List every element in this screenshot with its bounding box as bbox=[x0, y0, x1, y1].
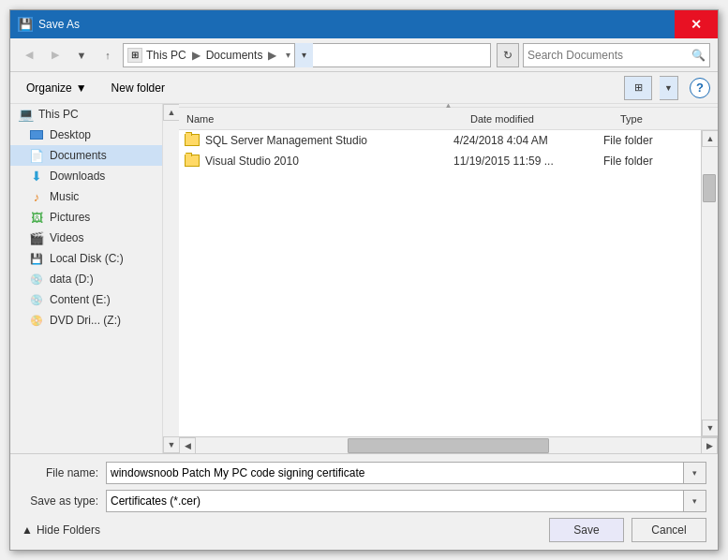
main-pane: ▲ Name Date modified Type SQL Server Man… bbox=[179, 104, 718, 453]
organize-button[interactable]: Organize ▼ bbox=[18, 76, 96, 100]
file-list-header: Name Date modified Type bbox=[179, 108, 718, 130]
filename-input-wrapper: ▾ bbox=[106, 462, 706, 484]
sidebar-label-localdisk: Local Disk (C:) bbox=[50, 252, 124, 265]
address-bar[interactable]: ⊞ This PC ▶ Documents ▶ ▾ ▾ bbox=[123, 43, 491, 67]
breadcrumb-documents[interactable]: Documents bbox=[206, 49, 263, 62]
organize-arrow: ▼ bbox=[76, 81, 87, 95]
sidebar-label-dvdr: DVD Dri... (Z:) bbox=[50, 314, 121, 327]
save-as-dialog: 💾 Save As ✕ ◀ ▶ ▼ ↑ ⊞ This PC ▶ Document… bbox=[9, 9, 719, 551]
breadcrumb-thispc[interactable]: This PC bbox=[146, 49, 186, 62]
saveastype-dropdown-button[interactable]: ▾ bbox=[684, 490, 706, 512]
sidebar-item-documents[interactable]: 📄 Documents bbox=[10, 145, 162, 166]
hide-folders-button[interactable]: ▲ Hide Folders bbox=[22, 523, 100, 537]
view-icon-button[interactable]: ⊞ bbox=[624, 76, 652, 100]
address-toolbar: ◀ ▶ ▼ ↑ ⊞ This PC ▶ Documents ▶ ▾ ▾ ↻ 🔍 bbox=[10, 38, 718, 72]
search-box[interactable]: 🔍 bbox=[523, 43, 710, 67]
scroll-up-button[interactable]: ▲ bbox=[702, 130, 718, 147]
file-name-1: Visual Studio 2010 bbox=[201, 155, 453, 168]
column-type[interactable]: Type bbox=[620, 113, 714, 125]
column-date[interactable]: Date modified bbox=[470, 113, 620, 125]
sidebar-item-pictures[interactable]: 🖼 Pictures bbox=[10, 207, 162, 228]
column-name[interactable]: Name bbox=[183, 113, 470, 125]
forward-button[interactable]: ▶ bbox=[44, 44, 67, 66]
h-scroll-thumb[interactable] bbox=[348, 438, 550, 453]
scroll-track[interactable] bbox=[702, 147, 718, 420]
downloads-icon: ⬇ bbox=[29, 169, 44, 184]
search-input[interactable] bbox=[527, 49, 688, 62]
cancel-button[interactable]: Cancel bbox=[631, 518, 706, 542]
scroll-left-button[interactable]: ◀ bbox=[179, 437, 196, 454]
scroll-down-button[interactable]: ▼ bbox=[702, 420, 718, 436]
breadcrumb-sep1: ▶ bbox=[192, 49, 201, 62]
sidebar-label-videos: Videos bbox=[50, 231, 83, 244]
file-type-1: File folder bbox=[603, 155, 697, 168]
datad-icon: 💿 bbox=[29, 272, 44, 287]
sidebar-item-downloads[interactable]: ⬇ Downloads bbox=[10, 166, 162, 186]
organize-label: Organize bbox=[26, 81, 72, 95]
saveastype-select[interactable]: Certificates (*.cer) bbox=[106, 490, 684, 512]
sidebar-item-music[interactable]: ♪ Music bbox=[10, 186, 162, 207]
breadcrumb-sep2: ▶ bbox=[268, 49, 276, 62]
file-type-0: File folder bbox=[603, 134, 697, 147]
localdisk-icon: 💾 bbox=[29, 251, 44, 266]
action-bar: Organize ▼ New folder ⊞ ▼ ? bbox=[10, 72, 718, 104]
sidebar-scroll-up[interactable]: ▲ bbox=[163, 104, 180, 121]
table-row[interactable]: Visual Studio 2010 11/19/2015 11:59 ... … bbox=[179, 151, 701, 171]
saveastype-row: Save as type: Certificates (*.cer) ▾ bbox=[22, 490, 706, 512]
file-date-0: 4/24/2018 4:04 AM bbox=[453, 134, 603, 147]
thispc-icon: 💻 bbox=[18, 107, 33, 122]
sidebar-label-downloads: Downloads bbox=[50, 169, 105, 183]
table-row[interactable]: SQL Server Management Studio 4/24/2018 4… bbox=[179, 130, 701, 151]
refresh-button[interactable]: ↻ bbox=[497, 43, 519, 67]
address-bar-icon: ⊞ bbox=[127, 48, 142, 63]
horizontal-scrollbar[interactable]: ◀ ▶ bbox=[179, 436, 718, 453]
sidebar-label-documents: Documents bbox=[50, 149, 107, 162]
sidebar-label-thispc: This PC bbox=[38, 108, 79, 121]
file-list: SQL Server Management Studio 4/24/2018 4… bbox=[179, 130, 701, 436]
sidebar-item-desktop[interactable]: Desktop bbox=[10, 125, 162, 145]
hide-folders-icon: ▲ bbox=[22, 523, 33, 537]
sidebar-item-datad[interactable]: 💿 data (D:) bbox=[10, 269, 162, 289]
back-button[interactable]: ◀ bbox=[18, 44, 40, 66]
hide-folders-label: Hide Folders bbox=[37, 523, 100, 537]
up-button[interactable]: ↑ bbox=[97, 44, 119, 66]
contente-icon: 💿 bbox=[29, 292, 44, 307]
sidebar-label-datad: data (D:) bbox=[50, 273, 94, 286]
music-icon: ♪ bbox=[29, 189, 44, 204]
nav-dropdown-button[interactable]: ▼ bbox=[70, 44, 93, 66]
scroll-thumb[interactable] bbox=[703, 174, 716, 202]
videos-icon: 🎬 bbox=[29, 230, 44, 245]
scroll-right-button[interactable]: ▶ bbox=[701, 437, 718, 454]
h-scroll-track[interactable] bbox=[196, 437, 701, 454]
file-name-0: SQL Server Management Studio bbox=[201, 134, 453, 147]
sidebar-label-contente: Content (E:) bbox=[50, 293, 111, 306]
sidebar-item-videos[interactable]: 🎬 Videos bbox=[10, 228, 162, 248]
folder-icon bbox=[183, 133, 201, 148]
filename-input[interactable] bbox=[106, 462, 684, 484]
window-title: Save As bbox=[38, 18, 675, 31]
vertical-scrollbar[interactable]: ▲ ▼ bbox=[701, 130, 718, 436]
filename-label: File name: bbox=[22, 466, 106, 479]
new-folder-button[interactable]: New folder bbox=[103, 76, 173, 100]
address-dropdown-button[interactable]: ▾ bbox=[294, 43, 313, 67]
sidebar-scrollbar[interactable]: ▲ ▼ bbox=[162, 104, 179, 453]
sidebar-item-localdisk[interactable]: 💾 Local Disk (C:) bbox=[10, 248, 162, 269]
close-button[interactable]: ✕ bbox=[675, 10, 718, 38]
documents-icon: 📄 bbox=[29, 148, 44, 163]
help-button[interactable]: ? bbox=[690, 78, 710, 98]
pictures-icon: 🖼 bbox=[29, 210, 44, 225]
sidebar-wrapper: 💻 This PC Desktop 📄 Documents ⬇ Download… bbox=[10, 104, 179, 453]
bottom-buttons: ▲ Hide Folders Save Cancel bbox=[22, 518, 706, 542]
sidebar-item-contente[interactable]: 💿 Content (E:) bbox=[10, 289, 162, 310]
content-area: 💻 This PC Desktop 📄 Documents ⬇ Download… bbox=[10, 104, 718, 453]
bottom-section: File name: ▾ Save as type: Certificates … bbox=[10, 453, 718, 550]
sidebar-scroll-down[interactable]: ▼ bbox=[163, 436, 180, 453]
breadcrumb-chevron: ▾ bbox=[286, 50, 290, 60]
sidebar-item-thispc[interactable]: 💻 This PC bbox=[10, 104, 162, 125]
filename-dropdown-button[interactable]: ▾ bbox=[684, 462, 706, 484]
view-dropdown-button[interactable]: ▼ bbox=[660, 76, 678, 100]
save-button[interactable]: Save bbox=[549, 518, 624, 542]
sidebar: 💻 This PC Desktop 📄 Documents ⬇ Download… bbox=[10, 104, 162, 453]
sidebar-item-dvdr[interactable]: 📀 DVD Dri... (Z:) bbox=[10, 310, 162, 331]
sidebar-scroll-track[interactable] bbox=[163, 121, 179, 436]
